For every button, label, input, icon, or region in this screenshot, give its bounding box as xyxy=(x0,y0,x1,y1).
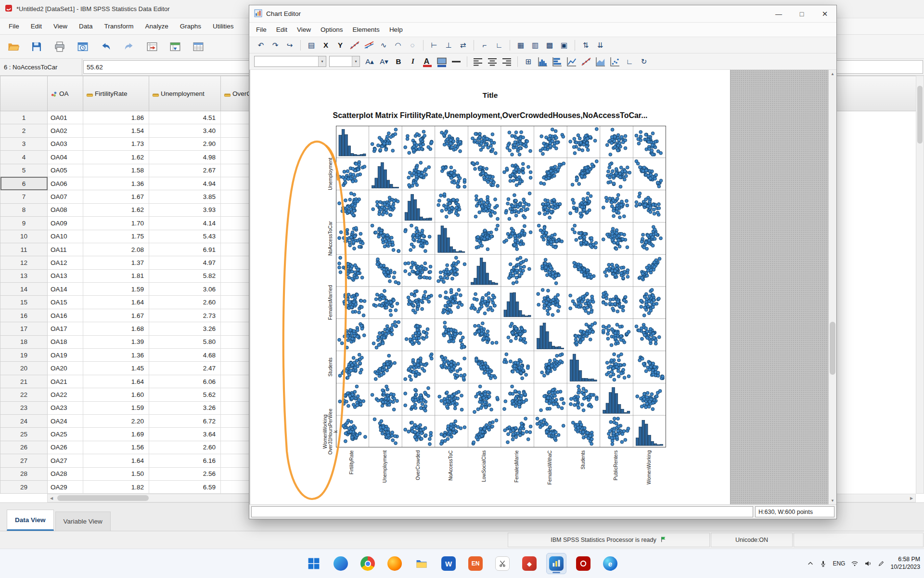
word-icon[interactable]: W xyxy=(438,553,459,574)
cell-unemployment[interactable]: 3.26 xyxy=(149,401,221,414)
cell-firtilityrate[interactable]: 1.86 xyxy=(83,111,149,124)
lang-en-badge[interactable]: EN xyxy=(465,553,486,574)
column-axis-label[interactable]: NoAccessToC xyxy=(448,450,455,503)
spss-menu-view[interactable]: View xyxy=(48,18,73,34)
fit-line-subgroups-icon[interactable] xyxy=(362,39,376,52)
fit-line-total-icon[interactable] xyxy=(348,39,361,52)
cell-unemployment[interactable]: 2.73 xyxy=(149,309,221,322)
clock[interactable]: 6:58 PM 10/21/2023 xyxy=(890,556,920,571)
cell-firtilityrate[interactable]: 1.82 xyxy=(83,480,149,493)
cell-unemployment[interactable]: 6.06 xyxy=(149,375,221,388)
edge-browser-icon[interactable]: e xyxy=(600,553,620,574)
cell-oa[interactable]: OA06 xyxy=(48,177,83,190)
column-axis-label[interactable]: FirtilityRate xyxy=(349,450,356,503)
chart-title[interactable]: Title xyxy=(250,91,730,100)
cell-unemployment[interactable]: 2.47 xyxy=(149,362,221,375)
histogram-icon[interactable] xyxy=(536,55,550,68)
transpose-y-icon[interactable]: ⊥ xyxy=(442,39,455,52)
cell-unemployment[interactable]: 3.93 xyxy=(149,203,221,216)
edge-icon[interactable] xyxy=(331,553,351,574)
open-data-icon[interactable] xyxy=(4,38,23,56)
scroll-up-arrow[interactable]: ▲ xyxy=(829,70,836,78)
cell-oa[interactable]: OA02 xyxy=(48,124,83,137)
row-number[interactable]: 21 xyxy=(0,375,48,388)
undo-icon[interactable]: ↶ xyxy=(254,39,268,52)
chart-editor-menu-file[interactable]: File xyxy=(251,23,271,37)
cell-firtilityrate[interactable]: 1.45 xyxy=(83,362,149,375)
cell-oa[interactable]: OA27 xyxy=(48,454,83,467)
row-number[interactable]: 1 xyxy=(0,111,48,124)
show-grid-icon[interactable]: ⊞ xyxy=(522,55,535,68)
row-number[interactable]: 11 xyxy=(0,243,48,256)
row-number[interactable]: 27 xyxy=(0,454,48,467)
cell-unemployment[interactable]: 4.97 xyxy=(149,256,221,269)
align-center-icon[interactable] xyxy=(486,55,499,68)
cell-firtilityrate[interactable]: 1.39 xyxy=(83,335,149,348)
chart-editor-menu-elements[interactable]: Elements xyxy=(348,23,385,37)
row-number[interactable]: 13 xyxy=(0,269,48,282)
italic-icon[interactable]: I xyxy=(406,55,420,68)
recall-dialogs-icon[interactable] xyxy=(73,38,92,56)
chart-editor-vertical-scrollbar[interactable]: ▲ ▼ xyxy=(828,70,836,504)
cell-unemployment[interactable]: 4.68 xyxy=(149,349,221,362)
volume-icon[interactable] xyxy=(864,560,872,567)
cell-firtilityrate[interactable]: 1.62 xyxy=(83,203,149,216)
spss-menu-utilities[interactable]: Utilities xyxy=(207,18,240,34)
minimize-button[interactable]: — xyxy=(767,5,790,22)
cell-firtilityrate[interactable]: 1.36 xyxy=(83,349,149,362)
cell-firtilityrate[interactable]: 1.54 xyxy=(83,124,149,137)
redo-icon[interactable] xyxy=(119,38,139,56)
cell-unemployment[interactable]: 4.98 xyxy=(149,151,221,164)
cell-oa[interactable]: OA17 xyxy=(48,322,83,335)
cell-oa[interactable]: OA24 xyxy=(48,414,83,427)
cell-oa[interactable]: OA11 xyxy=(48,243,83,256)
cell-oa[interactable]: OA25 xyxy=(48,428,83,441)
redo-icon[interactable]: ↷ xyxy=(269,39,282,52)
scroll-right-arrow[interactable]: ▶ xyxy=(908,496,915,500)
cell-unemployment[interactable]: 5.80 xyxy=(149,335,221,348)
row-number[interactable]: 28 xyxy=(0,467,48,480)
cell-oa[interactable]: OA03 xyxy=(48,137,83,150)
row-number[interactable]: 6 xyxy=(0,177,48,190)
horizontal-scroll-thumb[interactable] xyxy=(57,495,149,501)
spss-vertical-scrollbar[interactable] xyxy=(916,76,924,494)
spss-menu-transform[interactable]: Transform xyxy=(99,18,140,34)
cell-firtilityrate[interactable]: 1.37 xyxy=(83,256,149,269)
microphone-icon[interactable] xyxy=(820,560,827,567)
chart-subtitle[interactable]: Scatterplot Matrix FirtilityRate,Unemplo… xyxy=(250,111,730,120)
app-red-icon[interactable]: ◆ xyxy=(519,553,539,574)
cell-oa[interactable]: OA29 xyxy=(48,480,83,493)
sort-descending-icon[interactable]: ⇊ xyxy=(593,39,607,52)
curve-tool-icon[interactable]: ◠ xyxy=(391,39,405,52)
cell-firtilityrate[interactable]: 1.64 xyxy=(83,296,149,309)
decrease-font-icon[interactable]: A▾ xyxy=(377,55,391,68)
tab-data-view[interactable]: Data View xyxy=(7,510,54,531)
maximize-button[interactable]: □ xyxy=(790,5,813,22)
legend-icon[interactable]: ▣ xyxy=(557,39,571,52)
column-axis-label[interactable]: Unemployment xyxy=(382,450,389,503)
row-number[interactable]: 16 xyxy=(0,309,48,322)
font-family-combo[interactable]: ▾ xyxy=(254,56,326,67)
cell-unemployment[interactable]: 6.16 xyxy=(149,454,221,467)
row-number[interactable]: 17 xyxy=(0,322,48,335)
row-number[interactable]: 9 xyxy=(0,217,48,230)
chart-page[interactable]: Title Scatterplot Matrix FirtilityRate,U… xyxy=(250,70,731,504)
cell-firtilityrate[interactable]: 2.20 xyxy=(83,414,149,427)
column-header-unemployment[interactable]: Unemployment xyxy=(149,76,221,111)
print-icon[interactable] xyxy=(50,38,69,56)
cell-unemployment[interactable]: 2.56 xyxy=(149,467,221,480)
cell-unemployment[interactable]: 5.82 xyxy=(149,269,221,282)
bold-icon[interactable]: B xyxy=(392,55,405,68)
row-number[interactable]: 7 xyxy=(0,190,48,203)
cell-firtilityrate[interactable]: 1.59 xyxy=(83,401,149,414)
column-axis-label[interactable]: WomenWorking xyxy=(646,450,653,503)
row-number[interactable]: 25 xyxy=(0,428,48,441)
column-axis-label[interactable]: LowSocialClas xyxy=(481,450,488,503)
cell-oa[interactable]: OA07 xyxy=(48,190,83,203)
explorer-icon[interactable] xyxy=(411,553,432,574)
cell-unemployment[interactable]: 4.94 xyxy=(149,177,221,190)
snipping-tool-icon[interactable] xyxy=(492,553,513,574)
start-button[interactable] xyxy=(304,553,324,574)
spss-taskbar-icon[interactable] xyxy=(546,553,566,574)
cell-firtilityrate[interactable]: 1.50 xyxy=(83,467,149,480)
